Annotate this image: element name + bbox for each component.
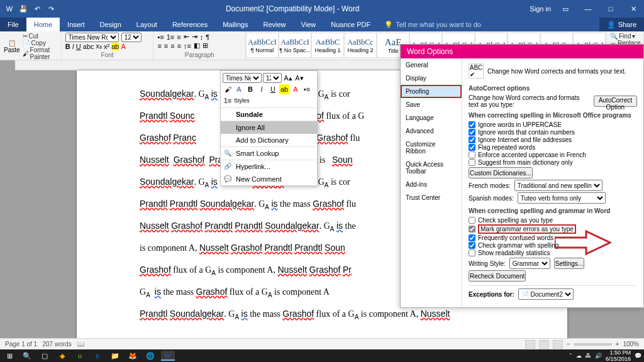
style-normal[interactable]: AaBbCcI¶ Normal — [246, 33, 279, 58]
justify-button[interactable]: ≡ — [177, 42, 181, 50]
nav-general[interactable]: General — [401, 58, 462, 72]
tab-review[interactable]: Review — [256, 18, 294, 31]
tab-layout[interactable]: Layout — [129, 18, 165, 31]
mini-numbering[interactable]: 1≡ — [223, 96, 233, 106]
copy-button[interactable]: 📄 Copy — [23, 40, 57, 47]
cb-readability[interactable]: Show readability statistics — [469, 250, 637, 256]
numbering-button[interactable]: 1≡ — [167, 33, 175, 41]
spanish-modes-select[interactable]: Tuteo verb forms only — [518, 192, 606, 204]
mini-bullets[interactable]: •≡ — [302, 84, 312, 94]
nav-addins[interactable]: Add-ins — [401, 178, 462, 191]
tab-design[interactable]: Design — [92, 18, 129, 31]
search-button[interactable]: 🔍 — [20, 351, 34, 361]
sort-button[interactable]: ↕ — [200, 33, 204, 41]
highlight-button[interactable]: ab — [111, 43, 119, 50]
format-painter-button[interactable]: 🖌 Format Painter — [23, 47, 57, 60]
share-button[interactable]: 👤 Share — [599, 18, 644, 31]
mini-size-select[interactable]: 12 — [263, 73, 282, 83]
cb-accented[interactable]: Enforce accented uppercase in French — [469, 151, 637, 158]
cb-flag-repeated[interactable]: Flag repeated words — [469, 144, 637, 151]
mini-styles[interactable]: A — [234, 84, 244, 94]
custom-dictionaries-button[interactable]: Custom Dictionaries... — [469, 167, 533, 178]
cb-numbers[interactable]: Ignore words that contain numbers — [469, 129, 637, 136]
clock-time[interactable]: 1:50 PM — [606, 349, 631, 356]
font-name-select[interactable]: Times New Ro — [65, 33, 119, 42]
font-size-select[interactable]: 12 — [121, 33, 142, 42]
tray-up-icon[interactable]: ˄ — [569, 353, 572, 359]
menu-add-dictionary[interactable]: Add to Dictionary — [221, 134, 317, 146]
save-icon[interactable]: 💾 — [19, 5, 28, 13]
pilcrow-button[interactable]: ¶ — [206, 33, 209, 41]
zoom-out-button[interactable]: − — [567, 341, 570, 348]
signin-link[interactable]: Sign in — [530, 5, 551, 13]
close-icon[interactable]: ✕ — [625, 5, 641, 13]
multilevel-button[interactable]: ≡ — [177, 33, 180, 41]
bold-button[interactable]: B — [65, 43, 70, 50]
shading-button[interactable]: ◧ — [194, 41, 200, 50]
print-layout-button[interactable] — [539, 340, 549, 349]
align-right-button[interactable]: ≡ — [170, 42, 174, 50]
proofing-icon[interactable]: 📖 — [77, 341, 84, 348]
writing-style-select[interactable]: Grammar — [509, 258, 550, 269]
maximize-icon[interactable]: □ — [602, 5, 619, 13]
cb-check-spelling-type[interactable]: Check spelling as you type — [469, 217, 637, 224]
nav-customize-ribbon[interactable]: Customize Ribbon — [401, 138, 462, 158]
cb-internet[interactable]: Ignore Internet and file addresses — [469, 136, 637, 143]
tray-network-icon[interactable]: 🖧 — [586, 353, 591, 359]
task-view-button[interactable]: ▢ — [38, 351, 52, 361]
taskbar-word[interactable]: W — [161, 351, 175, 361]
style-nospacing[interactable]: AaBbCcI¶ No Spac... — [279, 33, 311, 58]
nav-advanced[interactable]: Advanced — [401, 124, 462, 138]
indent-dec-button[interactable]: ⇤ — [184, 33, 189, 41]
nav-save[interactable]: Save — [401, 98, 462, 111]
action-center-icon[interactable]: 💬 — [635, 353, 641, 359]
borders-button[interactable]: ⊞ — [203, 41, 208, 50]
cb-mark-grammar-type[interactable]: Mark grammar errors as you type — [469, 224, 637, 234]
font-color-button[interactable]: A — [121, 43, 125, 50]
line-spacing-button[interactable]: ↕≡ — [184, 42, 191, 50]
mini-font-select[interactable]: Times New R — [223, 73, 262, 83]
zoom-in-button[interactable]: + — [616, 341, 619, 348]
style-heading2[interactable]: AaBbCcHeading 2 — [344, 33, 377, 58]
taskbar-app2[interactable]: u — [73, 351, 87, 361]
minimize-icon[interactable]: — — [580, 5, 596, 13]
paste-button[interactable]: 📋Paste — [4, 40, 20, 53]
align-left-button[interactable]: ≡ — [157, 42, 161, 50]
recheck-document-button[interactable]: Recheck Document — [469, 270, 526, 282]
align-center-button[interactable]: ≡ — [164, 42, 168, 50]
mini-format-painter[interactable]: 🖌 — [223, 84, 233, 94]
mini-highlight[interactable]: ab — [279, 84, 289, 94]
menu-hyperlink[interactable]: 🔗Hyperlink... — [221, 160, 317, 173]
menu-smart-lookup[interactable]: 🔍Smart Lookup — [221, 147, 317, 160]
cb-confused-words[interactable]: Frequently confused words — [469, 234, 637, 241]
redo-icon[interactable]: ↷ — [47, 5, 55, 13]
tab-view[interactable]: View — [294, 18, 324, 31]
taskbar-chrome[interactable]: 🌐 — [143, 351, 157, 361]
taskbar-app1[interactable]: ◆ — [55, 351, 69, 361]
tab-home[interactable]: Home — [26, 18, 60, 31]
taskbar-edge[interactable]: e — [91, 351, 104, 361]
cb-main-dict[interactable]: Suggest from main dictionary only — [469, 159, 637, 166]
zoom-slider[interactable] — [574, 343, 612, 346]
sub-button[interactable]: x₂ — [96, 42, 103, 50]
bullets-button[interactable]: •≡ — [157, 33, 164, 41]
menu-new-comment[interactable]: 💬New Comment — [221, 173, 317, 185]
tab-nuance[interactable]: Nuance PDF — [323, 18, 378, 31]
web-layout-button[interactable] — [553, 340, 563, 349]
word-count[interactable]: 207 words — [43, 341, 72, 348]
tab-mailings[interactable]: Mailings — [215, 18, 255, 31]
mini-grow-font[interactable]: A▴ — [283, 73, 293, 83]
menu-ignore-all[interactable]: Ignore All — [221, 121, 317, 134]
read-mode-button[interactable] — [525, 340, 535, 349]
style-heading1[interactable]: AaBbCHeading 1 — [311, 33, 344, 58]
nav-language[interactable]: Language — [401, 111, 462, 124]
ribbon-options-icon[interactable]: ▭ — [557, 5, 574, 13]
tray-onedrive-icon[interactable]: ☁ — [576, 353, 582, 359]
cb-grammar-spelling[interactable]: Check grammar with spelling — [469, 242, 637, 249]
nav-proofing[interactable]: Proofing — [401, 85, 462, 98]
mini-bold[interactable]: B — [245, 84, 255, 94]
italic-button[interactable]: I — [72, 43, 74, 50]
indent-inc-button[interactable]: ⇥ — [192, 33, 197, 41]
cut-button[interactable]: ✂ Cut — [23, 33, 57, 40]
underline-button[interactable]: U — [76, 43, 81, 50]
